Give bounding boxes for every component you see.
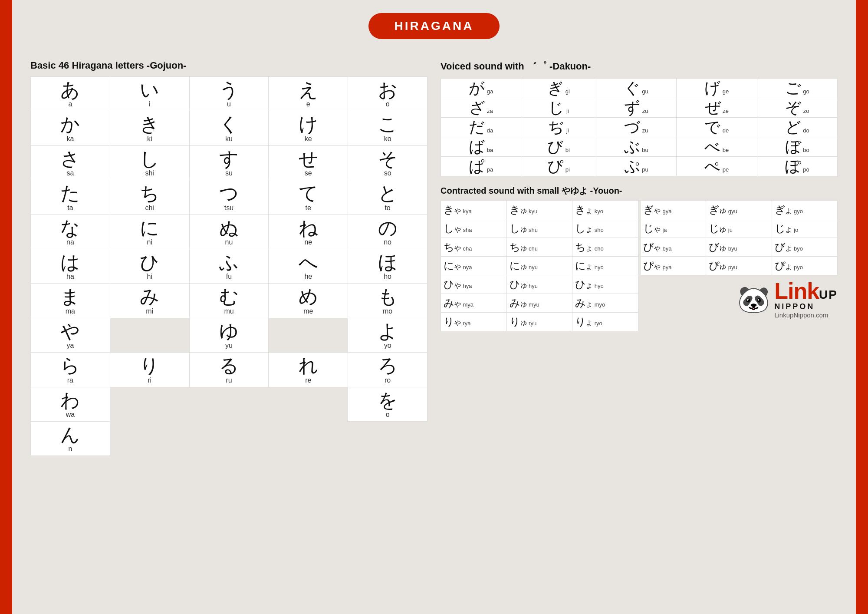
youon-char: み (444, 297, 454, 309)
kana-cell: みmi (110, 284, 189, 318)
kana-char: へ (270, 252, 346, 273)
kana-char: う (191, 79, 267, 100)
youon-cell: じゆ ju (706, 219, 772, 238)
youon-roma: ryu (529, 320, 536, 327)
youon-char: ぴ (775, 260, 786, 271)
youon-cell: ぴよ pyo (772, 257, 837, 275)
kana-cell: たta (31, 180, 110, 215)
dakuon-char: ざ (469, 99, 485, 116)
dakuon-cell: ぐ gu (596, 79, 676, 98)
kana-cell: よyo (348, 318, 427, 352)
kana-cell: おo (348, 77, 427, 111)
youon-roma: pyu (728, 264, 737, 271)
kana-char: よ (350, 321, 425, 342)
dakuon-roma: de (723, 127, 729, 134)
kana-roma: mu (191, 307, 267, 315)
kana-char: か (33, 114, 108, 135)
kana-roma: tsu (191, 204, 267, 212)
youon-small: や (454, 300, 461, 308)
kana-roma: ma (33, 307, 108, 315)
youon-cell: ぴや pya (641, 257, 706, 275)
youon-cell: りゆ ryu (506, 313, 572, 331)
kana-roma: o (350, 100, 425, 108)
youon-cell: じや ja (641, 219, 706, 238)
kana-char: め (270, 286, 346, 307)
kana-cell: ひhi (110, 249, 189, 283)
kana-char: ぬ (191, 218, 267, 238)
youon-char: り (510, 316, 520, 327)
kana-char: ゆ (191, 321, 267, 342)
kana-cell: とto (348, 180, 427, 215)
youon-char: し (444, 222, 454, 234)
logo-nippon: NIPPON (774, 302, 838, 311)
youon-cell: しゆ shu (506, 219, 572, 238)
kana-roma: ni (112, 238, 187, 246)
kana-cell: さsa (31, 145, 110, 180)
dakuon-char: ぼ (785, 138, 801, 155)
kana-cell: くku (189, 111, 269, 145)
kana-char: あ (33, 79, 108, 100)
kana-cell: ぬnu (189, 215, 269, 249)
kana-cell: うu (189, 77, 269, 111)
kana-char: せ (270, 149, 346, 169)
kana-roma: ho (350, 273, 425, 281)
youon-cell: ひや hya (441, 275, 507, 294)
youon-cell: びゆ byu (706, 238, 772, 257)
youon-cell: みや mya (441, 294, 507, 313)
kana-roma: n (33, 445, 108, 453)
dakuon-cell: で de (677, 118, 757, 137)
dakuon-char: ぞ (785, 99, 801, 116)
youon-char: ひ (444, 278, 454, 290)
youon-roma: kyu (529, 208, 537, 215)
youon-roma: gyo (794, 208, 803, 215)
youon-char: ち (575, 241, 586, 253)
kana-cell (269, 421, 348, 456)
kana-cell: はha (31, 249, 110, 283)
youon-roma: nyu (529, 264, 538, 271)
dakuon-section: Voiced sound with ゛゜ -Dakuon- が gaぎ giぐ … (441, 60, 838, 176)
dakuon-roma: bu (642, 147, 648, 153)
kana-roma: ra (33, 376, 108, 384)
kana-char: わ (33, 390, 108, 411)
dakuon-cell: だ da (441, 118, 521, 137)
kana-cell (269, 318, 348, 352)
kana-cell: しshi (110, 145, 189, 180)
logo-link: Link (774, 278, 819, 304)
kana-roma: ri (112, 376, 187, 384)
kana-cell: ちchi (110, 180, 189, 215)
kana-cell: のno (348, 215, 427, 249)
dakuon-roma: ba (487, 147, 493, 153)
kana-cell: つtsu (189, 180, 269, 215)
kana-roma: i (112, 100, 187, 108)
kana-cell: らra (31, 353, 110, 387)
youon-roma: shu (529, 227, 538, 233)
youon-cell: にや nya (441, 257, 507, 275)
dakuon-roma: zu (642, 108, 648, 114)
youon-small: ゆ (520, 319, 527, 327)
kana-roma: mi (112, 307, 187, 315)
dakuon-char: び (547, 138, 563, 155)
kana-roma: no (350, 238, 425, 246)
main-layout: Basic 46 Hiragana letters -Gojuon- あaいiう… (30, 60, 838, 456)
kana-cell: をo (348, 387, 427, 421)
dakuon-roma: zo (803, 108, 809, 114)
kana-char: い (112, 79, 187, 100)
dakuon-title: Voiced sound with ゛゜ -Dakuon- (441, 60, 838, 73)
dakuon-char: ば (469, 138, 485, 155)
youon-small: よ (586, 207, 592, 215)
kana-cell: そso (348, 145, 427, 180)
youon-cell: によ nyo (572, 257, 638, 275)
youon-small: や (654, 207, 661, 215)
youon-cell: ちよ cho (572, 238, 638, 257)
kana-roma: nu (191, 238, 267, 246)
kana-cell (348, 421, 427, 456)
youon-roma: nya (463, 264, 472, 271)
kana-cell (110, 421, 189, 456)
youon-char: ち (444, 241, 454, 253)
youon-small: ゆ (720, 226, 726, 233)
kana-cell (189, 387, 269, 421)
youon-char: び (709, 241, 720, 253)
dakuon-cell: ぱ pa (441, 157, 521, 176)
kana-char: ん (33, 424, 108, 445)
youon-small: や (454, 207, 461, 215)
